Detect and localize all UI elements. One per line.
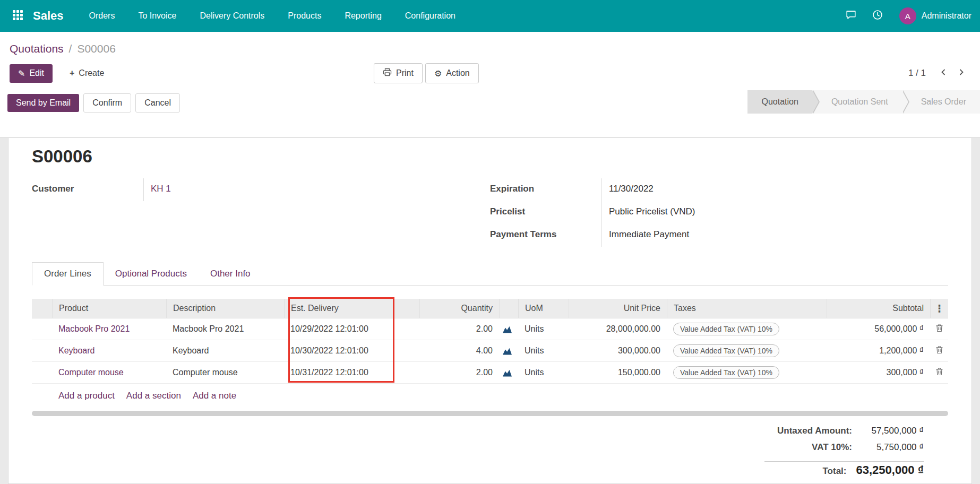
tax-badge: Value Added Tax (VAT) 10% <box>673 323 779 335</box>
action-button[interactable]: ⚙ Action <box>425 63 479 83</box>
description-cell: Keyboard <box>166 346 284 356</box>
customer-label: Customer <box>32 178 143 201</box>
messages-button[interactable] <box>843 8 859 24</box>
totals-divider <box>764 461 924 462</box>
control-panel-center: Print ⚙ Action <box>374 63 479 83</box>
taxes-column-header[interactable]: Taxes <box>667 299 827 318</box>
statusbar: Send by Email Confirm Cancel Quotation Q… <box>0 90 980 138</box>
est-delivery-cell: 10/31/2022 12:01:00 <box>284 368 419 377</box>
field-groups: Customer KH 1 Expiration 11/30/2022 Pric… <box>32 178 948 247</box>
activities-button[interactable] <box>870 8 886 24</box>
product-link[interactable]: Macbook Pro 2021 <box>58 324 130 333</box>
uom-cell: Units <box>518 324 569 334</box>
menu-item-to-invoice[interactable]: To Invoice <box>138 9 176 23</box>
pricelist-field: Pricelist Public Pricelist (VND) <box>490 201 948 224</box>
chevron-left-icon <box>939 68 948 79</box>
confirm-button[interactable]: Confirm <box>83 93 131 113</box>
add-a-note-link[interactable]: Add a note <box>193 391 236 401</box>
stage-sales-order[interactable]: Sales Order <box>902 90 980 114</box>
pricelist-value: Public Pricelist (VND) <box>601 201 948 224</box>
main-menu: Orders To Invoice Delivery Controls Prod… <box>89 9 455 23</box>
forecast-chart-icon[interactable] <box>502 369 512 377</box>
menu-item-products[interactable]: Products <box>288 9 321 23</box>
horizontal-scrollbar[interactable] <box>32 411 948 416</box>
subtotal-cell: 1,200,000 ₫ <box>827 346 930 356</box>
edit-button-label: Edit <box>29 68 44 78</box>
stage-quotation-sent[interactable]: Quotation Sent <box>812 90 902 114</box>
status-pipeline: Quotation Quotation Sent Sales Order <box>747 90 980 114</box>
product-link[interactable]: Keyboard <box>58 346 95 355</box>
breadcrumb-parent-link[interactable]: Quotations <box>10 42 64 55</box>
menu-item-reporting[interactable]: Reporting <box>345 9 381 23</box>
cancel-button[interactable]: Cancel <box>135 93 180 113</box>
stage-quotation[interactable]: Quotation <box>747 90 812 114</box>
table-row[interactable]: Keyboard Keyboard 10/30/2022 12:01:00 4.… <box>32 340 948 362</box>
chat-bubble-icon <box>845 9 857 23</box>
delete-row-button[interactable] <box>930 367 948 378</box>
subtotal-cell: 56,000,000 ₫ <box>827 324 930 334</box>
quantity-cell: 2.00 <box>419 324 499 334</box>
right-field-group: Expiration 11/30/2022 Pricelist Public P… <box>490 178 948 247</box>
edit-button[interactable]: ✎ Edit <box>10 64 53 83</box>
unit-price-column-header[interactable]: Unit Price <box>569 299 667 318</box>
forecast-chart-icon[interactable] <box>502 348 512 355</box>
description-column-header[interactable]: Description <box>166 299 284 318</box>
subtotal-column-header[interactable]: Subtotal <box>827 299 930 318</box>
description-cell: Computer mouse <box>166 368 284 377</box>
printer-icon <box>383 68 392 79</box>
delete-row-button[interactable] <box>930 324 948 334</box>
vat-label: VAT 10%: <box>762 442 852 453</box>
user-menu[interactable]: A Administrator <box>899 7 972 24</box>
forecast-chart-icon[interactable] <box>502 326 512 333</box>
apps-menu-button[interactable] <box>8 7 27 25</box>
quantity-column-header[interactable]: Quantity <box>419 299 499 318</box>
control-panel: ✎ Edit + Create Print ⚙ Action 1 / 1 <box>0 57 980 90</box>
quantity-cell: 2.00 <box>419 368 499 377</box>
chevron-right-icon <box>957 68 966 79</box>
pager-count: 1 / 1 <box>908 68 926 79</box>
product-link[interactable]: Computer mouse <box>58 368 124 377</box>
pager-previous-button[interactable] <box>934 64 952 82</box>
tab-optional-products[interactable]: Optional Products <box>104 262 199 286</box>
payment-terms-field: Payment Terms Immediate Payment <box>490 224 948 247</box>
breadcrumb-separator: / <box>69 42 72 55</box>
product-column-header[interactable]: Product <box>52 299 166 318</box>
print-button[interactable]: Print <box>374 63 423 83</box>
menu-item-delivery-controls[interactable]: Delivery Controls <box>200 9 264 23</box>
gear-icon: ⚙ <box>434 68 442 79</box>
tab-order-lines[interactable]: Order Lines <box>32 262 104 286</box>
table-row[interactable]: Macbook Pro 2021 Macbook Pro 2021 10/29/… <box>32 318 948 340</box>
send-by-email-button[interactable]: Send by Email <box>7 94 79 112</box>
total-value: 63,250,000 ₫ <box>846 463 924 477</box>
order-lines-table: Product Description Est. Delivery Quanti… <box>32 299 948 416</box>
menu-item-configuration[interactable]: Configuration <box>405 9 455 23</box>
expiration-field: Expiration 11/30/2022 <box>490 178 948 201</box>
est-delivery-cell: 10/30/2022 12:01:00 <box>284 346 419 356</box>
expiration-label: Expiration <box>490 178 601 201</box>
tab-other-info[interactable]: Other Info <box>199 262 262 286</box>
uom-column-header[interactable]: UoM <box>518 299 569 318</box>
breadcrumb: Quotations/S00006 <box>0 32 980 57</box>
payment-terms-label: Payment Terms <box>490 224 601 247</box>
navbar-right: A Administrator <box>843 7 972 24</box>
table-row[interactable]: Computer mouse Computer mouse 10/31/2022… <box>32 362 948 384</box>
total-label: Total: <box>756 466 846 477</box>
menu-item-orders[interactable]: Orders <box>89 9 115 23</box>
add-a-product-link[interactable]: Add a product <box>58 391 115 401</box>
notebook-tabs: Order Lines Optional Products Other Info <box>32 262 948 286</box>
trash-icon <box>935 324 943 334</box>
user-name: Administrator <box>922 11 972 21</box>
app-name[interactable]: Sales <box>33 9 64 23</box>
est-delivery-column-header[interactable]: Est. Delivery <box>284 299 419 318</box>
apps-grid-icon <box>13 10 23 22</box>
pager-next-button[interactable] <box>952 64 970 82</box>
customer-value-link[interactable]: KH 1 <box>143 178 490 201</box>
statusbar-buttons: Send by Email Confirm Cancel <box>7 90 180 116</box>
avatar[interactable]: A <box>899 7 916 24</box>
create-button[interactable]: + Create <box>61 64 113 82</box>
delete-row-button[interactable] <box>930 345 948 356</box>
uom-cell: Units <box>518 368 569 377</box>
add-a-section-link[interactable]: Add a section <box>126 391 181 401</box>
optional-columns-toggle[interactable]: ⋮ <box>930 299 948 318</box>
control-panel-left: ✎ Edit + Create <box>10 64 113 83</box>
